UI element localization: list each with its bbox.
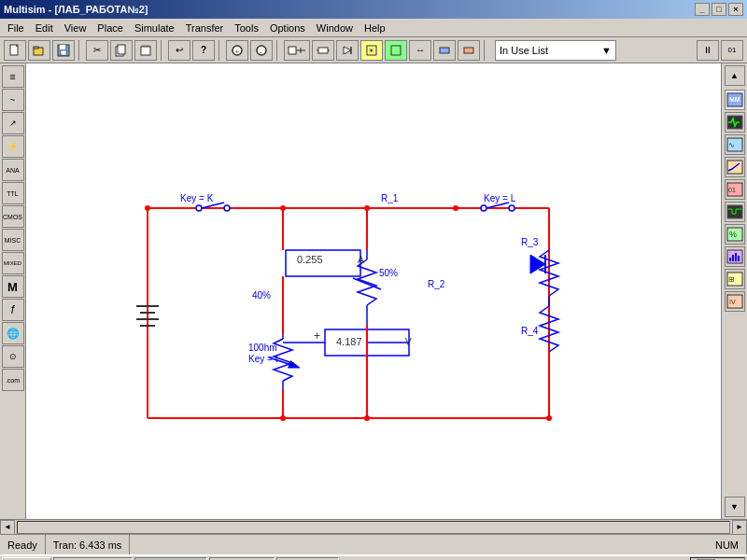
zoom-out-button[interactable]: - (250, 40, 273, 61)
lt-analog[interactable]: ANA (2, 159, 24, 181)
instrument-multimeter[interactable]: MM (725, 90, 745, 110)
instrument-iv[interactable]: IV (725, 291, 745, 312)
status-num: NUM (708, 535, 747, 554)
instrument-bode-plotter[interactable] (725, 157, 745, 177)
minimize-button[interactable]: _ (695, 3, 710, 16)
component-btn6[interactable]: ↔ (409, 40, 431, 61)
menu-file[interactable]: File (2, 21, 30, 35)
open-button[interactable] (28, 40, 50, 61)
component-btn2[interactable] (312, 40, 334, 61)
lt-ttl[interactable]: TTL (2, 182, 24, 204)
status-ready: Ready (0, 535, 46, 554)
hscroll-left-button[interactable]: ◄ (0, 520, 15, 535)
lt-cmos[interactable]: CMOS (2, 205, 24, 228)
svg-point-90 (145, 205, 150, 211)
canvas-area[interactable]: Key = K 0.255 A 40% 100hm (26, 63, 721, 519)
component-btn5[interactable] (385, 40, 407, 61)
lt-mixed[interactable]: MIXED (2, 252, 24, 274)
maximize-button[interactable]: □ (712, 3, 726, 16)
scroll-up-button[interactable]: ▲ (725, 65, 745, 86)
svg-text:Key = L: Key = L (484, 193, 516, 203)
lt-power[interactable]: ⚡ (2, 135, 24, 158)
svg-text:0.255: 0.255 (297, 254, 323, 265)
instrument-logic-analyzer[interactable] (725, 202, 745, 222)
menu-edit[interactable]: Edit (30, 21, 59, 35)
paste-button[interactable] (134, 40, 157, 61)
menu-view[interactable]: View (59, 21, 92, 35)
menu-window[interactable]: Window (311, 21, 359, 35)
copy-button[interactable] (110, 40, 133, 61)
lt-arrow[interactable]: ↗ (2, 112, 24, 134)
hscroll-right-button[interactable]: ► (732, 520, 747, 535)
svg-text:R_2: R_2 (428, 279, 445, 289)
lt-globe[interactable]: 🌐 (2, 322, 24, 344)
instrument-network[interactable]: ⊞ (725, 269, 745, 289)
lt-wire[interactable]: ~ (2, 89, 24, 111)
svg-text:Key = t: Key = t (248, 354, 278, 364)
menu-help[interactable]: Help (359, 21, 391, 35)
svg-point-42 (224, 205, 230, 211)
svg-rect-110 (732, 255, 734, 261)
instrument-word-gen[interactable]: 01 (725, 179, 745, 200)
instrument-oscilloscope[interactable] (725, 112, 745, 133)
lt-com[interactable]: .com (2, 369, 24, 391)
left-toolbar: ≡ ~ ↗ ⚡ ANA TTL CMOS MISC MIXED M f 🌐 ⊙ … (0, 63, 26, 519)
svg-rect-27 (440, 48, 449, 53)
status-tran: Tran: 6.433 ms (46, 535, 131, 554)
svg-text:+: + (235, 48, 240, 56)
component-btn7[interactable] (433, 40, 456, 61)
svg-rect-112 (738, 256, 740, 261)
svg-rect-29 (26, 63, 721, 519)
menu-simulate[interactable]: Simulate (129, 21, 180, 35)
circuit-diagram: Key = K 0.255 A 40% 100hm (26, 63, 721, 519)
right-instrument-toolbar: ▲ MM ∿ 01 % ⊞ IV ▼ (721, 63, 747, 519)
svg-rect-3 (34, 47, 38, 49)
lt-misc[interactable]: MISC (2, 229, 24, 251)
undo-button[interactable]: ↩ (168, 40, 190, 61)
component-btn8[interactable] (458, 40, 480, 61)
title-text: Multisim - [ЛАБ_РАБОТА№2] (4, 4, 148, 15)
component-btn3[interactable] (336, 40, 359, 61)
lt-circle[interactable]: ⊙ (2, 345, 24, 368)
menu-tools[interactable]: Tools (229, 21, 264, 35)
svg-rect-100 (727, 205, 742, 218)
svg-rect-26 (391, 46, 401, 55)
svg-text:Key = K: Key = K (180, 193, 214, 203)
instrument-function-gen[interactable]: ∿ (725, 134, 745, 155)
close-button[interactable]: × (728, 3, 743, 16)
hscroll-track[interactable] (17, 521, 730, 534)
toolbar-right: ⏸ 01 (697, 40, 743, 61)
run-pause-button[interactable]: ⏸ (697, 40, 719, 61)
svg-text:MM: MM (729, 96, 740, 103)
save-button[interactable] (52, 40, 75, 61)
in-use-list-dropdown[interactable]: In Use List ▼ (495, 40, 616, 61)
status-bar: Ready Tran: 6.433 ms NUM (0, 534, 747, 554)
lt-f[interactable]: f (2, 299, 24, 321)
instrument-spectrum[interactable] (725, 246, 745, 267)
component-btn1[interactable] (284, 40, 310, 61)
taskbar: П Пуск Total Com... Multisim ... Безымян… (0, 554, 747, 560)
instrument-distortion[interactable]: % (725, 224, 745, 245)
svg-point-77 (481, 205, 486, 211)
horizontal-scrollbar[interactable]: ◄ ► (0, 519, 747, 534)
svg-text:+: + (314, 329, 320, 343)
numbers-button[interactable]: 01 (721, 40, 743, 61)
scroll-down-button[interactable]: ▼ (725, 497, 745, 517)
in-use-list-label: In Use List (500, 45, 548, 56)
lt-m[interactable]: M (2, 275, 24, 298)
menu-options[interactable]: Options (264, 21, 311, 35)
help-button[interactable]: ? (192, 40, 215, 61)
menu-place[interactable]: Place (92, 21, 129, 35)
svg-point-76 (364, 415, 370, 421)
sep3 (218, 40, 222, 61)
title-bar-buttons[interactable]: _ □ × (695, 3, 743, 16)
svg-text:R_1: R_1 (381, 193, 399, 203)
component-btn4[interactable]: ☀ (360, 40, 383, 61)
menu-transfer[interactable]: Transfer (180, 21, 230, 35)
lt-pointer[interactable]: ≡ (2, 65, 24, 88)
svg-text:∿: ∿ (728, 141, 735, 149)
cut-button[interactable]: ✂ (86, 40, 108, 61)
zoom-in-button[interactable]: + (226, 40, 248, 61)
svg-rect-8 (118, 45, 125, 54)
new-button[interactable] (4, 40, 26, 61)
